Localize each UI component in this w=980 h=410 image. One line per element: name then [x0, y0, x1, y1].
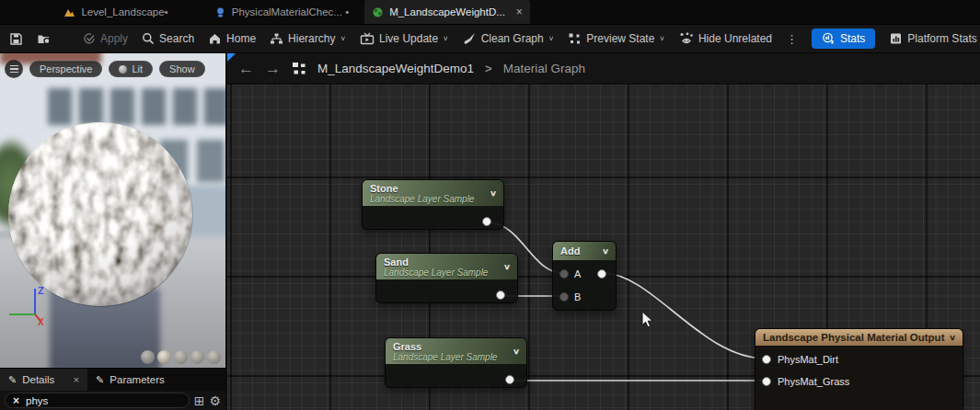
lit-sphere-icon — [119, 65, 127, 74]
tab-physical-material-check[interactable]: PhysicalMaterialChec... • — [199, 0, 364, 24]
hierarchy-dropdown[interactable]: Hierarchy ∨ — [270, 32, 346, 45]
physmat-dirt-label: PhysMat_Dirt — [778, 354, 838, 365]
node-add[interactable]: Add ∨ A B — [552, 241, 617, 311]
live-update-label: Live Update — [379, 32, 438, 45]
platform-stats-button[interactable]: Platform Stats — [889, 32, 976, 45]
chevron-down-icon: ∨ — [490, 188, 497, 198]
node-title: Stone — [370, 183, 496, 194]
platform-stats-icon — [889, 32, 903, 45]
display-filter-grid-icon[interactable]: ⊞ — [194, 394, 205, 407]
tab-landscape-weight-demo[interactable]: M_LandscapeWeightD... × — [364, 0, 530, 24]
add-output-pin[interactable] — [597, 269, 606, 279]
stone-output-pin[interactable] — [482, 217, 491, 226]
apply-check-icon — [83, 32, 96, 45]
show-menu-button[interactable]: Show — [159, 61, 205, 77]
chevron-down-icon: ∨ — [443, 35, 449, 42]
preview-state-label: Preview State — [586, 32, 654, 45]
node-title: Landscape Physical Material Output — [763, 332, 944, 343]
show-label: Show — [169, 63, 195, 74]
preview-shape-sphere-button[interactable] — [157, 350, 171, 364]
breadcrumb-asset-name[interactable]: M_LandscapeWeightDemo1 — [317, 62, 474, 75]
pencil-icon: ✎ — [96, 374, 104, 386]
live-update-dropdown[interactable]: Live Update ∨ — [360, 32, 449, 45]
pencil-icon: ✎ — [8, 374, 17, 386]
sand-output-pin[interactable] — [496, 290, 505, 300]
preview-shape-cylinder-button[interactable] — [141, 350, 155, 364]
node-header[interactable]: Landscape Physical Material Output ∨ — [755, 329, 963, 346]
tab-close-icon[interactable]: × — [516, 6, 523, 18]
details-tab-close-icon[interactable]: × — [73, 374, 79, 385]
stats-icon — [822, 32, 835, 45]
node-grass[interactable]: Grass Landscape Layer Sample ∨ — [385, 337, 527, 388]
chevron-down-icon: ∨ — [340, 35, 346, 42]
hierarchy-label: Hierarchy — [288, 32, 335, 45]
chevron-down-icon: ∨ — [659, 35, 665, 42]
hide-unrelated-button[interactable]: Hide Unrelated — [679, 32, 772, 45]
node-header[interactable]: Stone Landscape Layer Sample ∨ — [363, 180, 503, 206]
material-preview-viewport[interactable]: Perspective Lit Show Z X — [0, 53, 225, 368]
material-graph-panel: ← → M_LandscapeWeightDemo1 > Material Gr… — [227, 53, 980, 410]
details-panel: ✎ Details × ✎ Parameters × ⊞ ⚙ — [0, 368, 225, 410]
stats-button[interactable]: Stats — [812, 28, 875, 49]
add-input-a-pin[interactable] — [559, 269, 569, 279]
preview-shape-cube-button[interactable] — [190, 350, 204, 364]
details-search-input[interactable] — [26, 395, 181, 406]
search-icon — [142, 32, 155, 45]
material-editor-window: Level_Landscape• PhysicalMaterialChec...… — [0, 0, 980, 410]
lit-mode-button[interactable]: Lit — [109, 61, 153, 77]
asset-tab-bar: Level_Landscape• PhysicalMaterialChec...… — [0, 0, 980, 24]
node-stone[interactable]: Stone Landscape Layer Sample ∨ — [362, 179, 504, 230]
tab-details[interactable]: ✎ Details × — [0, 369, 87, 391]
focus-corner-marker — [227, 53, 236, 62]
node-title: Grass — [393, 341, 519, 352]
clean-graph-dropdown[interactable]: Clean Graph ∨ — [463, 32, 555, 45]
node-subtitle: Landscape Layer Sample — [370, 194, 496, 204]
back-arrow-icon[interactable]: ← — [238, 61, 254, 76]
platform-stats-label: Platform Stats — [907, 32, 976, 45]
breadcrumb-section[interactable]: Material Graph — [503, 62, 585, 75]
tab-parameters[interactable]: ✎ Parameters — [87, 369, 173, 391]
node-sand[interactable]: Sand Landscape Layer Sample ∨ — [375, 253, 518, 303]
preview-state-dropdown[interactable]: Preview State ∨ — [568, 32, 665, 45]
apply-label: Apply — [100, 32, 128, 45]
preview-shape-plane-button[interactable] — [174, 350, 188, 364]
toolbar-overflow-icon[interactable]: ⋮ — [786, 32, 798, 46]
lit-label: Lit — [132, 63, 143, 74]
save-button[interactable] — [9, 32, 23, 46]
details-search-box[interactable]: × — [5, 393, 190, 408]
axis-gizmo: Z X — [7, 279, 55, 327]
node-subtitle: Landscape Layer Sample — [384, 268, 510, 278]
node-header[interactable]: Sand Landscape Layer Sample ∨ — [376, 254, 517, 279]
apply-button[interactable]: Apply — [83, 32, 128, 45]
chevron-down-icon: ∨ — [602, 246, 609, 256]
perspective-button[interactable]: Perspective — [29, 61, 102, 77]
add-input-b-pin[interactable] — [559, 292, 569, 302]
add-input-a-label: A — [574, 268, 581, 279]
settings-gear-icon[interactable]: ⚙ — [209, 394, 221, 407]
node-header[interactable]: Add ∨ — [553, 242, 616, 260]
browse-content-button[interactable] — [37, 32, 52, 46]
physmat-dirt-input-pin[interactable] — [762, 355, 771, 364]
clear-search-icon[interactable]: × — [13, 394, 19, 407]
preview-state-nodes-icon — [568, 32, 582, 45]
search-label: Search — [159, 32, 194, 45]
physmat-grass-input-pin[interactable] — [762, 377, 771, 386]
save-icon — [9, 32, 23, 46]
graph-canvas[interactable]: Stone Landscape Layer Sample ∨ Sand Land… — [227, 85, 980, 410]
search-button[interactable]: Search — [142, 32, 194, 45]
home-button[interactable]: Home — [208, 32, 256, 45]
breadcrumb-separator: > — [485, 62, 492, 75]
node-header[interactable]: Grass Landscape Layer Sample ∨ — [386, 338, 526, 364]
browse-folder-icon — [37, 32, 52, 46]
node-landscape-physical-material-output[interactable]: Landscape Physical Material Output ∨ Phy… — [755, 328, 963, 410]
physical-material-icon — [214, 6, 226, 18]
hamburger-icon — [10, 65, 18, 73]
viewport-menu-button[interactable] — [5, 60, 23, 78]
forward-arrow-icon[interactable]: → — [265, 61, 281, 76]
chevron-down-icon: ∨ — [513, 347, 520, 356]
grass-output-pin[interactable] — [505, 375, 514, 384]
tab-level-landscape[interactable]: Level_Landscape• — [33, 0, 199, 24]
node-subtitle: Landscape Layer Sample — [393, 352, 519, 362]
preview-shape-teapot-button[interactable] — [207, 350, 221, 364]
hide-unrelated-eye-icon — [679, 32, 694, 45]
